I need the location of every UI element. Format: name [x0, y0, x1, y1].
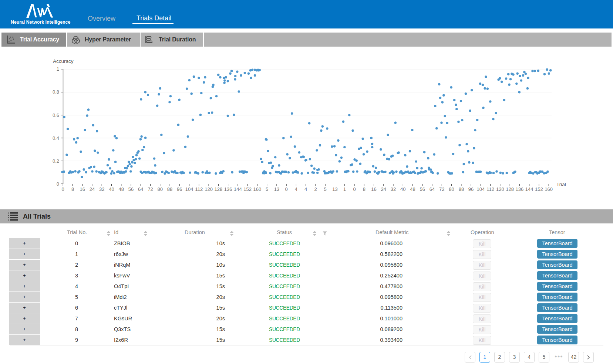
- svg-text:0.8: 0.8: [53, 89, 59, 95]
- svg-text:2: 2: [314, 186, 317, 192]
- svg-text:24: 24: [381, 186, 386, 192]
- svg-text:96: 96: [468, 186, 474, 192]
- svg-text:48: 48: [410, 186, 415, 192]
- svg-text:0: 0: [285, 186, 288, 192]
- svg-text:0.6: 0.6: [53, 112, 59, 118]
- svg-text:128: 128: [215, 186, 223, 192]
- svg-text:1: 1: [57, 66, 59, 72]
- svg-text:72: 72: [439, 186, 444, 192]
- svg-text:144: 144: [234, 186, 242, 192]
- svg-text:104: 104: [185, 186, 193, 192]
- svg-text:152: 152: [535, 186, 543, 192]
- svg-text:64: 64: [138, 186, 143, 192]
- svg-text:0.2: 0.2: [53, 158, 59, 164]
- svg-text:136: 136: [224, 186, 232, 192]
- svg-text:144: 144: [525, 186, 533, 192]
- svg-text:1: 1: [343, 186, 346, 192]
- svg-text:13: 13: [332, 186, 337, 192]
- svg-text:4: 4: [295, 186, 297, 192]
- svg-text:56: 56: [420, 186, 425, 192]
- svg-text:16: 16: [371, 186, 376, 192]
- svg-text:160: 160: [545, 186, 553, 192]
- svg-text:8: 8: [71, 186, 74, 192]
- svg-text:88: 88: [167, 186, 172, 192]
- svg-text:8: 8: [363, 186, 366, 192]
- svg-text:120: 120: [205, 186, 213, 192]
- svg-text:136: 136: [516, 186, 524, 192]
- svg-text:32: 32: [99, 186, 104, 192]
- svg-text:152: 152: [243, 186, 252, 192]
- svg-text:72: 72: [148, 186, 153, 192]
- svg-text:Trial: Trial: [556, 182, 566, 187]
- svg-text:5: 5: [324, 186, 327, 192]
- svg-text:40: 40: [109, 186, 114, 192]
- svg-text:16: 16: [80, 186, 85, 192]
- svg-text:160: 160: [253, 186, 262, 192]
- svg-text:112: 112: [486, 186, 494, 192]
- svg-text:Accuracy: Accuracy: [53, 58, 74, 64]
- svg-text:64: 64: [430, 186, 435, 192]
- svg-text:80: 80: [449, 186, 454, 192]
- svg-text:96: 96: [177, 186, 182, 192]
- svg-text:88: 88: [459, 186, 464, 192]
- svg-text:5: 5: [266, 186, 268, 192]
- svg-text:80: 80: [158, 186, 163, 192]
- svg-text:40: 40: [400, 186, 405, 192]
- svg-text:104: 104: [477, 186, 485, 192]
- svg-text:56: 56: [128, 186, 134, 192]
- svg-text:13: 13: [274, 186, 279, 192]
- svg-text:24: 24: [90, 186, 95, 192]
- svg-text:0: 0: [353, 186, 356, 192]
- svg-text:120: 120: [496, 186, 504, 192]
- svg-text:0: 0: [62, 186, 64, 192]
- svg-text:32: 32: [391, 186, 396, 192]
- svg-text:0.4: 0.4: [53, 135, 59, 141]
- svg-text:0: 0: [57, 181, 59, 187]
- svg-text:48: 48: [119, 186, 124, 192]
- svg-text:128: 128: [506, 186, 514, 192]
- svg-text:112: 112: [195, 186, 203, 192]
- svg-text:4: 4: [304, 186, 307, 192]
